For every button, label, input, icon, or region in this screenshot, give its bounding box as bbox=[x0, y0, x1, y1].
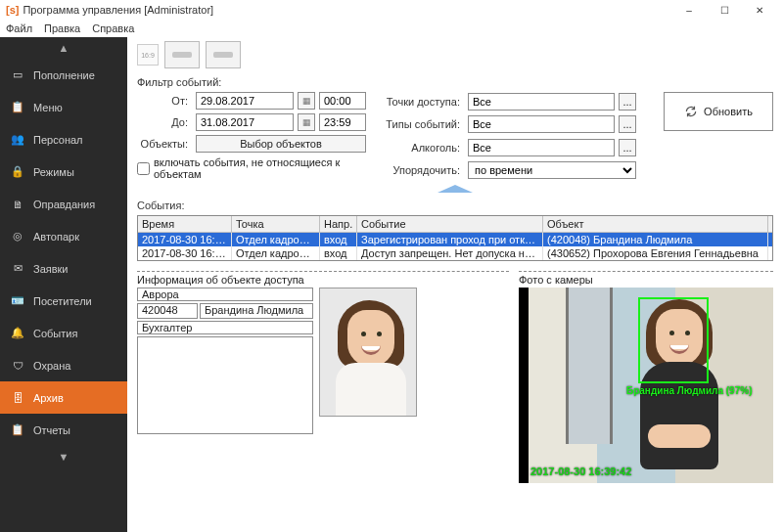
camera-panel: Фото с камеры bbox=[519, 271, 773, 532]
order-select[interactable]: по времени bbox=[468, 161, 636, 179]
access-points-more-button[interactable]: ... bbox=[619, 93, 636, 111]
mail-icon: ✉ bbox=[10, 262, 25, 275]
event-types-label: Типы событий: bbox=[376, 118, 464, 130]
id-field: 420048 bbox=[137, 303, 198, 319]
to-date-picker-icon[interactable]: ▦ bbox=[298, 113, 315, 131]
sidebar-item-4[interactable]: 🗎Оправдания bbox=[0, 188, 127, 220]
col-time[interactable]: Время bbox=[138, 216, 232, 232]
include-events-checkbox[interactable] bbox=[137, 162, 150, 175]
choose-objects-button[interactable]: Выбор объектов bbox=[196, 135, 366, 153]
title-bar: [s] Программа управления [Administrator]… bbox=[0, 0, 783, 20]
menu-edit[interactable]: Правка bbox=[44, 22, 80, 34]
profile-photo bbox=[319, 288, 417, 417]
sidebar-item-label: События bbox=[33, 328, 77, 339]
minimize-button[interactable]: – bbox=[671, 0, 707, 20]
include-events-label: включать события, не относящиеся к объек… bbox=[154, 156, 366, 180]
face-label: Брандина Людмила (97%) bbox=[626, 385, 752, 396]
camera-timestamp: 2017-08-30 16:39:42 bbox=[530, 466, 631, 477]
device-thumb-2[interactable] bbox=[206, 41, 241, 68]
access-points-label: Точки доступа: bbox=[376, 96, 464, 108]
role-field: Бухгалтер bbox=[137, 321, 313, 334]
sidebar-item-9[interactable]: 🛡Охрана bbox=[0, 349, 127, 381]
event-types-more-button[interactable]: ... bbox=[619, 115, 636, 133]
device-small-thumb[interactable]: 16:9 bbox=[137, 44, 159, 66]
face-detection-box bbox=[638, 297, 709, 383]
from-date-picker-icon[interactable]: ▦ bbox=[298, 92, 315, 110]
events-table: Время Точка Напр. Событие Объект 2017-08… bbox=[137, 215, 773, 261]
objects-label: Объекты: bbox=[137, 138, 192, 150]
app-logo: [s] bbox=[6, 4, 19, 16]
close-button[interactable]: ✕ bbox=[742, 0, 777, 20]
sidebar-item-label: Автопарк bbox=[33, 231, 79, 243]
people-icon: 👥 bbox=[10, 133, 25, 146]
sidebar-item-2[interactable]: 👥Персонал bbox=[0, 123, 127, 155]
svg-rect-0 bbox=[172, 52, 192, 58]
object-info-title: Информация об объекте доступа bbox=[137, 274, 509, 286]
update-button[interactable]: Обновить bbox=[664, 92, 773, 131]
filters-title: Фильтр событий: bbox=[137, 76, 773, 88]
sidebar-item-label: Оправдания bbox=[33, 199, 95, 210]
lock-icon: 🔒 bbox=[10, 165, 25, 178]
col-object[interactable]: Объект bbox=[543, 216, 768, 232]
access-points-input[interactable] bbox=[468, 93, 615, 111]
sidebar-item-label: Отчеты bbox=[33, 424, 70, 436]
company-field: Аврора bbox=[137, 288, 313, 301]
from-date-input[interactable] bbox=[196, 92, 294, 110]
events-title: События: bbox=[137, 200, 773, 211]
sidebar-item-label: Меню bbox=[33, 102, 63, 113]
to-label: До: bbox=[137, 116, 192, 128]
badge-icon: 🪪 bbox=[10, 294, 25, 307]
shield-icon: 🛡 bbox=[10, 360, 25, 372]
sidebar-item-0[interactable]: ▭Пополнение bbox=[0, 59, 127, 91]
collapse-handle[interactable] bbox=[137, 184, 773, 194]
sidebar-item-11[interactable]: 📋Отчеты bbox=[0, 414, 127, 446]
events-header: Время Точка Напр. Событие Объект bbox=[138, 216, 772, 233]
sidebar-item-10[interactable]: 🗄Архив bbox=[0, 381, 127, 414]
alcohol-label: Алкоголь: bbox=[376, 142, 464, 154]
name-field: Брандина Людмила bbox=[200, 303, 313, 319]
sidebar-item-1[interactable]: 📋Меню bbox=[0, 91, 127, 123]
event-types-input[interactable] bbox=[468, 115, 615, 133]
window-title: Программа управления [Administrator] bbox=[23, 4, 213, 16]
sidebar-item-8[interactable]: 🔔События bbox=[0, 317, 127, 349]
table-row[interactable]: 2017-08-30 16:39:43 Отдел кадров (14) вх… bbox=[138, 246, 772, 260]
clipboard-icon: 📋 bbox=[10, 101, 25, 113]
content: 16:9 Фильтр событий: От: ▦ До: ▦ Объекты… bbox=[127, 37, 783, 532]
order-label: Упорядочить: bbox=[376, 164, 464, 176]
sidebar-item-7[interactable]: 🪪Посетители bbox=[0, 285, 127, 317]
sidebar: ▲ ▭Пополнение📋Меню👥Персонал🔒Режимы🗎Оправ… bbox=[0, 37, 127, 532]
to-time-input[interactable] bbox=[319, 113, 366, 131]
refresh-icon bbox=[684, 105, 698, 118]
sidebar-item-label: Режимы bbox=[33, 166, 74, 178]
sidebar-item-label: Архив bbox=[33, 392, 64, 404]
device-thumb-1[interactable] bbox=[164, 41, 200, 68]
sidebar-item-label: Пополнение bbox=[33, 69, 95, 81]
col-dir[interactable]: Напр. bbox=[320, 216, 357, 232]
alcohol-more-button[interactable]: ... bbox=[619, 139, 636, 156]
table-row[interactable]: 2017-08-30 16:39:42 Отдел кадров (14) вх… bbox=[138, 233, 772, 246]
update-label: Обновить bbox=[704, 106, 753, 117]
col-point[interactable]: Точка bbox=[232, 216, 320, 232]
maximize-button[interactable]: ☐ bbox=[707, 0, 742, 20]
camera-view: Брандина Людмила (97%) 2017-08-30 16:39:… bbox=[519, 288, 773, 483]
to-date-input[interactable] bbox=[196, 113, 294, 131]
sidebar-item-6[interactable]: ✉Заявки bbox=[0, 252, 127, 285]
col-event[interactable]: Событие bbox=[357, 216, 543, 232]
doc-icon: 🗎 bbox=[10, 199, 25, 210]
sidebar-item-label: Персонал bbox=[33, 134, 83, 146]
sidebar-item-3[interactable]: 🔒Режимы bbox=[0, 155, 127, 188]
menu-help[interactable]: Справка bbox=[92, 22, 134, 34]
sidebar-collapse-up[interactable]: ▲ bbox=[0, 37, 127, 59]
menu-file[interactable]: Файл bbox=[6, 22, 32, 34]
device-thumbnails: 16:9 bbox=[137, 41, 773, 68]
sidebar-item-label: Заявки bbox=[33, 263, 69, 275]
sidebar-item-5[interactable]: ◎Автопарк bbox=[0, 220, 127, 252]
from-time-input[interactable] bbox=[319, 92, 366, 110]
object-info-panel: Информация об объекте доступа Аврора 420… bbox=[137, 271, 509, 532]
card-icon: ▭ bbox=[10, 68, 25, 81]
sidebar-item-label: Охрана bbox=[33, 360, 70, 372]
alcohol-input[interactable] bbox=[468, 139, 615, 156]
archive-icon: 🗄 bbox=[10, 392, 25, 404]
sidebar-collapse-down[interactable]: ▼ bbox=[0, 446, 127, 467]
notes-box bbox=[137, 336, 313, 434]
